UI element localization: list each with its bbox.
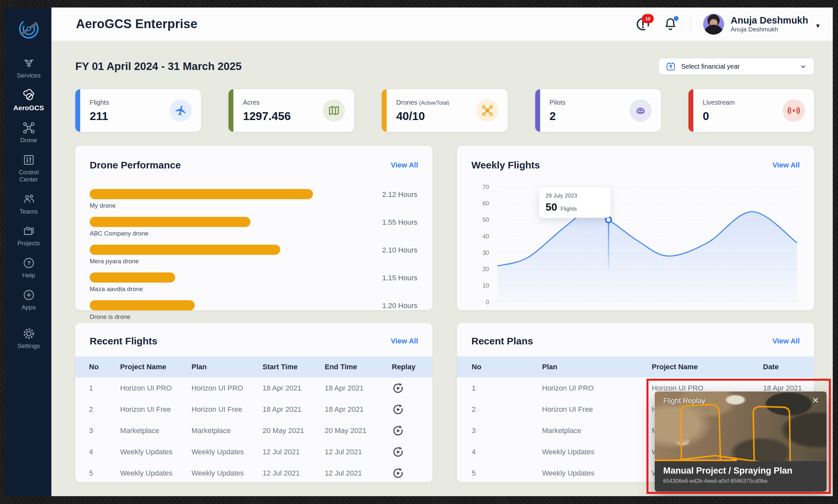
sidebar-item-label: Apps	[22, 304, 36, 311]
stat-card-pilots[interactable]: Pilots 2	[535, 89, 661, 132]
teams-icon	[22, 193, 35, 206]
stat-label: Livestream	[703, 99, 735, 106]
stat-card-acres[interactable]: Acres 1297.456	[228, 89, 354, 132]
weekly-flights-chart: 706050403020100	[477, 184, 798, 305]
tooltip-value: 50	[546, 201, 557, 213]
plan-id: 654306e6-ed2b-4eed-a0cf-8566375cd0ba	[663, 478, 818, 484]
stat-value: 211	[90, 110, 109, 123]
app-window: Services AeroGCS	[6, 7, 833, 496]
stat-card-flights[interactable]: Flights 211	[75, 89, 201, 132]
sidebar-item-services[interactable]: Services	[6, 57, 51, 79]
performance-bar-row: Drone is drone 1.20 Hours	[90, 300, 418, 321]
notification-dot	[674, 16, 679, 21]
replay-button[interactable]	[392, 403, 404, 416]
table-row[interactable]: 2Horizon UI Free Horizon UI Free18 Apr 2…	[75, 399, 432, 420]
y-axis: 706050403020100	[477, 184, 492, 305]
sidebar-item-apps[interactable]: Apps	[6, 288, 51, 311]
y-axis-tick: 30	[483, 249, 489, 256]
drone-name: ABC Company drone	[90, 230, 418, 237]
alerts-button[interactable]: 10	[635, 17, 650, 32]
header-actions: 10 Anuja Deshmukh Anuja Deshmukh	[635, 14, 820, 35]
table-row[interactable]: 4Weekly Updates Weekly Updates12 Jul 202…	[75, 441, 432, 463]
popup-footer: Manual Project / Spraying Plan 654306e6-…	[655, 461, 826, 491]
progress-knob[interactable]	[731, 457, 737, 461]
close-icon[interactable]: ×	[810, 394, 821, 406]
header-divider	[691, 15, 691, 34]
view-all-link[interactable]: View All	[391, 161, 418, 169]
y-axis-tick: 0	[486, 299, 489, 305]
drone-hours: 1.15 Hours	[382, 274, 417, 282]
view-all-link[interactable]: View All	[391, 337, 418, 345]
sidebar-item-settings[interactable]: Settings	[6, 327, 51, 349]
drone-name: Drone is drone	[90, 313, 418, 321]
drone-icon	[476, 100, 499, 122]
drone-hours: 2.12 Hours	[382, 190, 417, 199]
sidebar: Services AeroGCS	[6, 7, 51, 496]
popup-title: Flight Replay	[663, 397, 705, 405]
sidebar-item-aerogcs[interactable]: AeroGCS	[6, 89, 51, 112]
y-axis-tick: 20	[483, 266, 489, 273]
drone-icon	[22, 121, 35, 134]
panel-title: Drone Performance	[90, 160, 181, 171]
sidebar-item-drone[interactable]: Drone	[6, 121, 51, 144]
recent-flights-panel: Recent Flights View All NoProject Name P…	[75, 323, 432, 482]
replay-button[interactable]	[392, 446, 404, 458]
view-all-link[interactable]: View All	[772, 161, 800, 169]
notifications-button[interactable]	[663, 17, 678, 32]
settings-gear-icon	[22, 327, 35, 340]
stat-accent-bar	[688, 89, 693, 132]
stat-card-livestream[interactable]: Livestream 0	[688, 89, 814, 132]
avatar	[703, 14, 724, 35]
page-title: AeroGCS Enterprise	[76, 17, 197, 31]
table-row[interactable]: 3Marketplace Marketplace20 May 2021 20 M…	[75, 420, 432, 441]
user-subtitle: Anuja Deshmukh	[731, 26, 808, 33]
stat-label: Flights	[90, 99, 109, 106]
sidebar-item-label: Drone	[20, 137, 37, 144]
stat-cards: Flights 211 Acres 1297.456	[75, 89, 814, 132]
view-all-link[interactable]: View All	[772, 337, 800, 345]
replay-progress-bar[interactable]	[655, 460, 734, 461]
panel-title: Weekly Flights	[471, 160, 540, 171]
y-axis-tick: 10	[483, 282, 489, 289]
drone-hours: 1.20 Hours	[382, 302, 417, 310]
financial-year-select[interactable]: Select financial year	[659, 58, 814, 75]
sidebar-item-control-center[interactable]: Control Center	[6, 154, 51, 183]
performance-bar	[90, 189, 313, 199]
drone-name: Mera pyara drone	[90, 258, 418, 265]
app-logo[interactable]	[16, 16, 41, 41]
stat-value: 2	[549, 110, 566, 123]
sidebar-item-label: Teams	[20, 208, 38, 215]
replay-button[interactable]	[392, 425, 404, 437]
flight-replay-popup: Flight Replay × Manual Project / Sprayin…	[655, 392, 826, 491]
performance-bar	[90, 272, 175, 283]
sidebar-item-teams[interactable]: Teams	[6, 193, 51, 215]
plan-title: Manual Project / Spraying Plan	[663, 466, 818, 476]
stat-card-drones[interactable]: Drones (Active/Total) 40/10	[382, 89, 507, 132]
flight-replay-map[interactable]: Flight Replay ×	[655, 392, 826, 461]
sidebar-item-help[interactable]: ? Help	[6, 256, 51, 279]
user-profile[interactable]: Anuja Deshmukh Anuja Deshmukh ▾	[703, 14, 820, 35]
weekly-flights-panel: Weekly Flights View All 706050403020100	[457, 146, 814, 310]
marker-drop-line	[608, 220, 609, 269]
top-header: AeroGCS Enterprise 10	[51, 7, 833, 41]
drone-hours: 2.10 Hours	[382, 246, 417, 254]
panel-title: Recent Flights	[90, 336, 157, 347]
replay-button[interactable]	[392, 382, 404, 394]
user-names: Anuja Deshmukh Anuja Deshmukh	[731, 15, 808, 33]
table-row[interactable]: 5Weekly Updates Weekly Updates12 Jul 202…	[75, 463, 432, 484]
chevron-down-icon	[799, 62, 807, 70]
drone-name: My drone	[90, 202, 418, 209]
y-axis-tick: 50	[483, 217, 489, 223]
drone-name: Maza aavdta drone	[90, 286, 418, 293]
sidebar-item-projects[interactable]: Projects	[6, 224, 51, 247]
replay-button[interactable]	[392, 467, 404, 480]
stat-accent-bar	[228, 89, 233, 132]
map-icon	[323, 100, 345, 122]
projects-folder-icon	[22, 224, 35, 237]
chart-plot-area: 29 July 2023 50 Flights	[497, 184, 797, 305]
table-row[interactable]: 1Horizon UI PRO Horizon UI PRO18 Apr 202…	[75, 377, 432, 399]
tooltip-date: 29 July 2023	[546, 193, 604, 199]
financial-year-value: Select financial year	[681, 63, 740, 70]
calendar-rupee-icon	[665, 61, 676, 72]
sidebar-item-label: Services	[17, 72, 40, 79]
